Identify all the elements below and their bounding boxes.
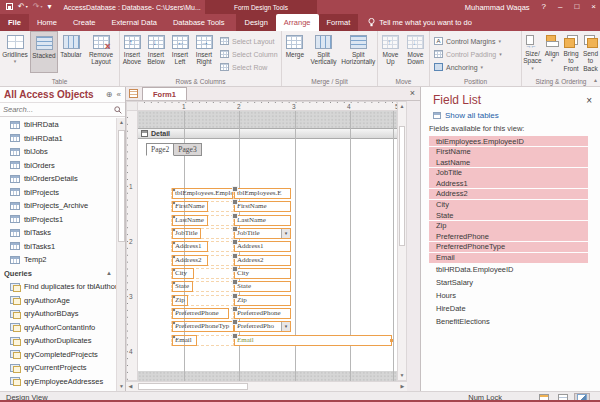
nav-group-queries[interactable]: Queries ▲ bbox=[0, 267, 116, 281]
nav-item-query[interactable]: qryCurrentProjects bbox=[0, 361, 116, 375]
scroll-up-icon[interactable]: ▲ bbox=[117, 118, 126, 127]
tell-me-box[interactable]: Tell me what you want to do bbox=[368, 14, 472, 31]
control-margins-button[interactable]: A Control Margins▾ bbox=[434, 35, 521, 47]
detail-section-bar[interactable]: Detail bbox=[138, 128, 397, 139]
nav-item-table[interactable]: tblTasks bbox=[0, 226, 116, 240]
control-label[interactable]: Address1 bbox=[172, 241, 208, 252]
nav-item-query[interactable]: qryAuthorAge bbox=[0, 294, 116, 308]
control-label[interactable]: Email bbox=[172, 335, 197, 346]
nav-item-table[interactable]: tblTasks1 bbox=[0, 240, 116, 254]
stacked-button[interactable]: Stacked bbox=[30, 31, 58, 73]
nav-item-table[interactable]: tblHRData bbox=[0, 118, 116, 132]
scroll-left-icon[interactable]: ◀ bbox=[126, 382, 135, 391]
collapse-group-icon[interactable]: ▲ bbox=[106, 270, 112, 276]
field-item-highlighted[interactable]: FirstName bbox=[429, 147, 588, 157]
scroll-right-icon[interactable]: ▶ bbox=[398, 382, 407, 391]
shutter-close-icon[interactable]: « bbox=[117, 90, 121, 99]
undo-icon[interactable]: ↶▾ bbox=[18, 3, 28, 11]
nav-item-query[interactable]: Find duplicates for tblAuthors bbox=[0, 280, 116, 294]
align-button[interactable]: Align▾ bbox=[543, 31, 561, 73]
merge-button[interactable]: Merge bbox=[282, 31, 308, 73]
maximize-button[interactable]: □ bbox=[574, 3, 579, 11]
control-textbox[interactable]: Email ▾ bbox=[234, 335, 392, 346]
control-label[interactable]: PreferredPhoneTyp bbox=[172, 321, 234, 332]
field-item-highlighted[interactable]: LastName bbox=[429, 157, 588, 167]
tabular-button[interactable]: Tabular bbox=[58, 31, 84, 73]
control-textbox[interactable]: FirstName ▾ bbox=[234, 201, 291, 212]
page2-tab[interactable]: Page2 bbox=[146, 143, 174, 156]
nav-scrollbar[interactable]: ▲ ▼ bbox=[116, 118, 125, 391]
control-textbox[interactable]: tblEmployees.E ▾ bbox=[234, 188, 291, 199]
tab-create[interactable]: Create bbox=[65, 14, 104, 31]
split-vertically-button[interactable]: Split Vertically bbox=[308, 31, 340, 73]
control-textbox[interactable]: State ▾ bbox=[234, 281, 291, 292]
insert-left-button[interactable]: ← Insert Left bbox=[168, 31, 192, 73]
select-column-button[interactable]: Select Column bbox=[220, 48, 278, 60]
control-textbox[interactable]: Address1 ▾ bbox=[234, 241, 291, 252]
nav-item-query[interactable]: qryEmployeeAddresses bbox=[0, 375, 116, 389]
field-item[interactable]: tblHRData.EmployeeID bbox=[429, 263, 600, 276]
page3-tab[interactable]: Page3 bbox=[174, 143, 201, 156]
nav-item-query[interactable]: qryAuthorDuplicates bbox=[0, 334, 116, 348]
control-label[interactable]: FirstName bbox=[172, 201, 208, 212]
control-textbox[interactable]: PreferredPhone ▾ bbox=[234, 308, 291, 319]
field-item-highlighted[interactable]: Zip bbox=[429, 221, 588, 231]
control-label[interactable]: City bbox=[172, 268, 194, 279]
nav-scroll-thumb[interactable] bbox=[118, 130, 125, 242]
control-textbox[interactable]: Address2 ▾ bbox=[234, 255, 291, 266]
control-label[interactable]: tblEmployees.Emplo bbox=[172, 188, 233, 199]
nav-item-table[interactable]: tblJobs bbox=[0, 145, 116, 159]
gridlines-button[interactable]: Gridlines▾ bbox=[0, 31, 30, 73]
nav-item-table[interactable]: tblProjects1 bbox=[0, 213, 116, 227]
size-space-button[interactable]: Size/ Space▾ bbox=[522, 31, 543, 73]
tab-database-tools[interactable]: Database Tools bbox=[165, 14, 233, 31]
horizontal-scrollbar[interactable]: ◀ ▶ bbox=[126, 381, 407, 391]
tab-format[interactable]: Format bbox=[319, 14, 359, 31]
v-scroll-thumb[interactable] bbox=[399, 126, 405, 246]
insert-right-button[interactable]: → Insert Right bbox=[192, 31, 216, 73]
combo-dropdown-icon[interactable]: ▾ bbox=[281, 229, 290, 238]
document-tab-form1[interactable]: Form1 bbox=[142, 87, 187, 100]
field-item-highlighted[interactable]: PreferredPhoneType bbox=[429, 242, 588, 252]
help-button[interactable]: ? bbox=[542, 3, 546, 11]
close-document-icon[interactable]: × bbox=[410, 88, 415, 98]
insert-below-button[interactable]: ↓ Insert Below bbox=[144, 31, 168, 73]
control-textbox[interactable]: Zip ▾ bbox=[234, 295, 291, 306]
qat-customize-icon[interactable]: ▾ bbox=[47, 3, 51, 11]
control-textbox[interactable]: PreferredPho ▾ bbox=[234, 321, 291, 332]
nav-item-table[interactable]: tblOrdersDetails bbox=[0, 172, 116, 186]
scroll-down-icon[interactable]: ▼ bbox=[398, 371, 406, 380]
redo-icon[interactable]: ↷▾ bbox=[33, 3, 43, 11]
select-row-button[interactable]: Select Row bbox=[220, 61, 278, 73]
nav-item-table[interactable]: tblHRData1 bbox=[0, 132, 116, 146]
control-label[interactable]: Zip bbox=[172, 295, 188, 306]
control-textbox[interactable]: City ▾ bbox=[234, 268, 291, 279]
field-item-highlighted[interactable]: JobTitle bbox=[429, 168, 588, 178]
control-padding-button[interactable]: Control Padding▾ bbox=[434, 48, 521, 60]
control-label[interactable]: LastName bbox=[172, 215, 208, 226]
nav-menu-icon[interactable]: ⊕ bbox=[106, 90, 113, 99]
nav-item-query[interactable]: qryAuthorContantInfo bbox=[0, 321, 116, 335]
field-item-highlighted[interactable]: tblEmployees.EmployeeID bbox=[429, 136, 588, 146]
tab-home[interactable]: Home bbox=[29, 14, 65, 31]
account-name[interactable]: Muhammad Waqas bbox=[465, 3, 530, 12]
close-field-list-icon[interactable]: × bbox=[586, 95, 592, 106]
field-item-highlighted[interactable]: Email bbox=[429, 253, 588, 263]
remove-layout-button[interactable]: Remove Layout bbox=[84, 31, 118, 73]
bring-to-front-button[interactable]: Bring to Front bbox=[561, 31, 581, 73]
control-label[interactable]: PreferredPhone bbox=[172, 308, 229, 319]
design-view-button[interactable] bbox=[574, 393, 590, 402]
control-label[interactable]: Address2 bbox=[172, 255, 208, 266]
nav-item-query[interactable]: qryAuthorBDays bbox=[0, 307, 116, 321]
scroll-down-icon[interactable]: ▼ bbox=[117, 382, 126, 391]
show-all-tables-link[interactable]: Show all tables bbox=[421, 109, 600, 122]
field-item-highlighted[interactable]: City bbox=[429, 200, 588, 210]
field-item[interactable]: BenefitElections bbox=[429, 315, 600, 328]
nav-item-table[interactable]: tblProjects bbox=[0, 186, 116, 200]
field-item[interactable]: StartSalary bbox=[429, 276, 600, 289]
field-item-highlighted[interactable]: Address2 bbox=[429, 189, 588, 199]
nav-item-query[interactable]: qryCompletedProjects bbox=[0, 348, 116, 362]
field-item-highlighted[interactable]: Address1 bbox=[429, 178, 588, 188]
field-item-highlighted[interactable]: State bbox=[429, 210, 588, 220]
tab-design[interactable]: Design bbox=[236, 14, 275, 31]
